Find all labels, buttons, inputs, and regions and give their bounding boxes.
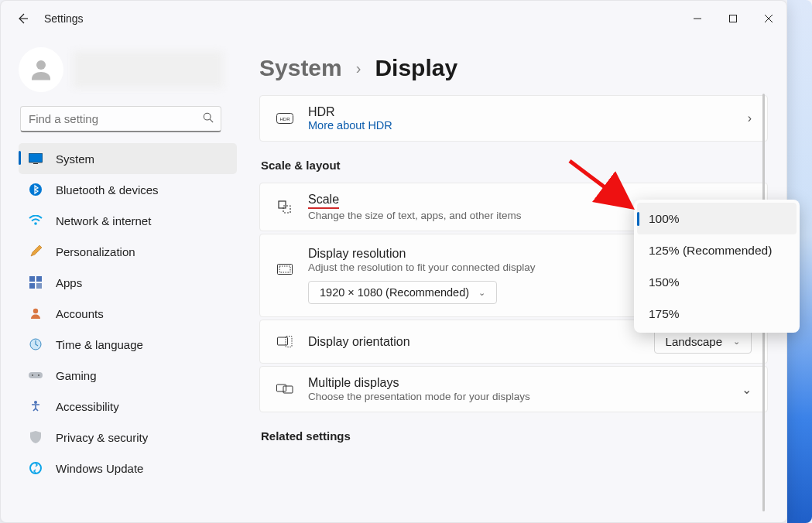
- svg-point-21: [34, 401, 37, 404]
- svg-line-6: [210, 119, 213, 122]
- shield-icon: [28, 431, 43, 443]
- sidebar-item-personalization[interactable]: Personalization: [19, 236, 237, 267]
- brush-icon: [28, 245, 43, 258]
- nav-label: Accessibility: [56, 400, 119, 413]
- sidebar-item-windows-update[interactable]: Windows Update: [19, 453, 237, 484]
- svg-point-22: [30, 463, 41, 473]
- breadcrumb-current: Display: [375, 55, 457, 81]
- resolution-icon: [276, 264, 294, 276]
- svg-rect-31: [277, 385, 286, 391]
- titlebar: Settings: [1, 1, 786, 36]
- multiple-desc: Choose the presentation mode for your di…: [308, 391, 728, 402]
- nav-label: Gaming: [56, 369, 97, 382]
- profile-section[interactable]: [5, 47, 237, 101]
- svg-rect-14: [29, 283, 35, 289]
- resolution-value: 1920 × 1080 (Recommended): [320, 286, 469, 299]
- scale-layout-heading: Scale & layout: [261, 159, 768, 172]
- sidebar-item-privacy[interactable]: Privacy & security: [19, 422, 237, 453]
- sidebar-item-apps[interactable]: Apps: [19, 267, 237, 298]
- sidebar-item-time-language[interactable]: Time & language: [19, 329, 237, 360]
- sidebar-item-network[interactable]: Network & internet: [19, 205, 237, 236]
- scale-dropdown-menu: 100% 125% (Recommended) 150% 175%: [634, 200, 800, 333]
- nav-list: System Bluetooth & devices Network & int…: [5, 143, 237, 484]
- chevron-down-icon: ⌄: [478, 288, 485, 298]
- svg-point-5: [204, 113, 211, 120]
- profile-info-redacted: [73, 51, 223, 88]
- gamepad-icon: [28, 371, 43, 380]
- system-icon: [28, 153, 43, 164]
- person-icon: [28, 307, 43, 320]
- nav-label: Windows Update: [56, 462, 143, 475]
- sidebar-item-gaming[interactable]: Gaming: [19, 360, 237, 391]
- window-controls: [680, 5, 786, 32]
- sidebar-item-system[interactable]: System: [19, 143, 237, 174]
- orientation-icon: [276, 336, 294, 348]
- maximize-button[interactable]: [715, 5, 751, 32]
- nav-label: Bluetooth & devices: [56, 183, 159, 197]
- displays-icon: [276, 383, 294, 395]
- hdr-link[interactable]: More about HDR: [308, 119, 734, 132]
- related-settings-heading: Related settings: [261, 429, 768, 443]
- search-box[interactable]: [20, 106, 221, 132]
- scale-icon: [276, 200, 294, 215]
- clock-globe-icon: [28, 338, 43, 350]
- svg-text:HDR: HDR: [280, 117, 291, 121]
- svg-rect-32: [283, 386, 293, 393]
- chevron-down-icon: ⌄: [733, 337, 740, 347]
- sidebar-item-bluetooth[interactable]: Bluetooth & devices: [19, 174, 237, 205]
- svg-point-4: [36, 60, 46, 70]
- hdr-card[interactable]: HDR HDR More about HDR ›: [259, 95, 768, 142]
- avatar: [19, 47, 63, 92]
- svg-point-20: [38, 374, 39, 376]
- nav-label: Personalization: [56, 245, 135, 258]
- search-input[interactable]: [20, 106, 221, 132]
- multiple-displays-card[interactable]: Multiple displays Choose the presentatio…: [259, 366, 768, 412]
- hdr-icon: HDR: [276, 113, 294, 124]
- scale-option-100[interactable]: 100%: [637, 203, 797, 234]
- svg-rect-13: [36, 276, 42, 282]
- nav-label: Apps: [56, 276, 82, 289]
- svg-rect-25: [279, 201, 286, 208]
- svg-point-11: [34, 222, 37, 225]
- scale-option-175[interactable]: 175%: [637, 298, 797, 330]
- breadcrumb: System › Display: [259, 55, 768, 81]
- resolution-dropdown[interactable]: 1920 × 1080 (Recommended) ⌄: [308, 281, 497, 304]
- svg-rect-26: [283, 206, 290, 213]
- accessibility-icon: [28, 400, 43, 412]
- sidebar: System Bluetooth & devices Network & int…: [1, 36, 241, 522]
- chevron-down-icon: ⌄: [742, 382, 752, 397]
- orientation-value: Landscape: [666, 335, 722, 348]
- svg-rect-18: [29, 372, 43, 378]
- orientation-dropdown[interactable]: Landscape ⌄: [654, 330, 752, 354]
- nav-label: Privacy & security: [56, 431, 148, 444]
- bluetooth-icon: [28, 183, 43, 196]
- nav-label: Accounts: [56, 307, 104, 320]
- wifi-icon: [28, 215, 43, 226]
- nav-label: Network & internet: [56, 214, 151, 227]
- hdr-title: HDR: [308, 105, 734, 119]
- nav-label: Time & language: [56, 338, 143, 351]
- apps-icon: [28, 276, 43, 289]
- svg-rect-7: [29, 153, 43, 162]
- svg-rect-28: [279, 266, 290, 272]
- orientation-title: Display orientation: [308, 335, 640, 349]
- nav-label: System: [56, 152, 94, 166]
- scale-option-125[interactable]: 125% (Recommended): [637, 234, 797, 266]
- sidebar-item-accessibility[interactable]: Accessibility: [19, 391, 237, 422]
- back-icon[interactable]: [12, 8, 33, 29]
- sidebar-item-accounts[interactable]: Accounts: [19, 298, 237, 329]
- breadcrumb-parent[interactable]: System: [259, 55, 342, 81]
- chevron-right-icon: ›: [748, 111, 752, 125]
- svg-rect-1: [730, 15, 737, 22]
- scale-option-150[interactable]: 150%: [637, 266, 797, 298]
- minimize-button[interactable]: [680, 5, 715, 32]
- multiple-title: Multiple displays: [308, 376, 728, 390]
- chevron-right-icon: ›: [356, 60, 361, 77]
- close-button[interactable]: [751, 5, 786, 32]
- svg-point-19: [32, 374, 33, 376]
- window-title: Settings: [44, 12, 84, 25]
- svg-rect-12: [29, 276, 35, 282]
- svg-rect-15: [36, 283, 42, 289]
- svg-point-16: [33, 309, 38, 313]
- search-icon: [203, 112, 214, 125]
